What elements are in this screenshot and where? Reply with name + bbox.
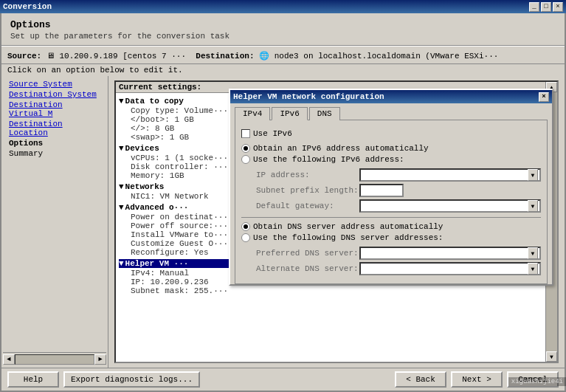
subnet-prefix-label: Subnet prefix length: xyxy=(256,186,359,195)
scroll-left-button[interactable]: ◄ xyxy=(3,354,15,365)
obtain-dns-auto-label: Obtain DNS server address automatically xyxy=(253,222,443,231)
default-gateway-row: Default gateway: ▼ xyxy=(241,199,541,213)
use-ipv6-label: Use IPv6 xyxy=(253,129,292,138)
use-dns-addresses-row: Use the following DNS server addresses: xyxy=(241,233,541,242)
sidebar-item-options[interactable]: Options xyxy=(3,138,106,148)
close-button[interactable]: × xyxy=(553,2,563,12)
preferred-dns-dropdown[interactable]: ▼ xyxy=(359,247,541,260)
title-bar: Conversion _ □ × xyxy=(0,0,566,13)
obtain-ipv6-auto-label: Obtain an IPv6 address automatically xyxy=(253,144,429,153)
scroll-down-button[interactable]: ▼ xyxy=(546,351,557,362)
ipv6-address-radio-group: Obtain an IPv6 address automatically Use… xyxy=(241,144,541,164)
maximize-button[interactable]: □ xyxy=(541,2,551,12)
alternate-dns-dropdown[interactable]: ▼ xyxy=(359,262,541,275)
obtain-dns-auto-row: Obtain DNS server address automatically xyxy=(241,222,541,231)
helper-dialog-close-button[interactable]: × xyxy=(539,92,549,102)
sidebar-item-summary: Summary xyxy=(3,148,106,159)
left-nav: Source System Destination System Destina… xyxy=(1,76,108,368)
use-ipv6-checkbox-row: Use IPv6 xyxy=(241,129,541,138)
helper-dialog-title: Helper VM network configuration xyxy=(233,92,384,101)
tab-dns[interactable]: DNS xyxy=(309,107,340,120)
tabs-container: IPv4 IPv6 DNS xyxy=(230,103,552,120)
window-title: Conversion xyxy=(3,2,52,11)
minimize-button[interactable]: _ xyxy=(529,2,539,12)
destination-value: node3 on localhost.localdomain (VMware E… xyxy=(275,52,499,61)
separator xyxy=(241,217,541,218)
use-ipv6-address-row: Use the following IPv6 address: xyxy=(241,155,541,164)
header: Options Set up the parameters for the co… xyxy=(1,13,565,44)
use-ipv6-address-radio[interactable] xyxy=(241,155,250,164)
ip-address-row: IP address: ▼ xyxy=(241,168,541,182)
instruction-text: Click on an option below to edit it. xyxy=(1,64,565,76)
tab-ipv4[interactable]: IPv4 xyxy=(235,107,270,120)
arrow-icon-devices: ▼ xyxy=(119,144,124,153)
use-ipv6-checkbox[interactable] xyxy=(241,129,250,138)
tab-ipv6[interactable]: IPv6 xyxy=(272,107,307,120)
settings-title-label: Current settings: xyxy=(119,83,201,92)
export-diagnostics-button[interactable]: Export diagnostic logs... xyxy=(63,371,200,388)
page-description: Set up the parameters for the conversion… xyxy=(10,32,556,41)
source-icon: 🖥 xyxy=(46,51,55,61)
default-gateway-dropdown[interactable]: ▼ xyxy=(359,199,541,213)
section-label-advanced: Advanced o··· xyxy=(125,203,189,212)
alternate-dns-dropdown-arrow[interactable]: ▼ xyxy=(528,263,538,275)
preferred-dns-row: Preferred DNS server: ▼ xyxy=(241,247,541,260)
source-label: Source: xyxy=(7,52,41,61)
ip-address-dropdown[interactable]: ▼ xyxy=(359,168,541,182)
dns-radio-group: Obtain DNS server address automatically … xyxy=(241,222,541,242)
section-label: Data to copy xyxy=(125,97,184,106)
preferred-dns-label: Preferred DNS server: xyxy=(256,249,359,258)
helper-dialog-title-bar: Helper VM network configuration × xyxy=(230,90,552,103)
help-button[interactable]: Help xyxy=(7,371,59,388)
obtain-ipv6-auto-radio[interactable] xyxy=(241,144,250,153)
subnet-prefix-row: Subnet prefix length: xyxy=(241,184,541,197)
obtain-ipv6-auto-row: Obtain an IPv6 address automatically xyxy=(241,144,541,153)
source-value: 10.200.9.189 [centos 7 ··· xyxy=(59,52,186,61)
source-dest-bar: Source: 🖥 10.200.9.189 [centos 7 ··· Des… xyxy=(1,48,565,64)
arrow-icon: ▼ xyxy=(119,97,124,106)
ip-address-label: IP address: xyxy=(256,171,359,179)
destination-icon: 🌐 xyxy=(259,51,269,61)
title-bar-buttons: _ □ × xyxy=(529,2,563,12)
scroll-track[interactable] xyxy=(15,354,94,365)
setting-subnet: Subnet mask: 255.··· xyxy=(119,286,542,295)
ip-address-dropdown-arrow[interactable]: ▼ xyxy=(528,169,538,181)
use-dns-addresses-label: Use the following DNS server addresses: xyxy=(253,233,443,242)
watermark: xiguashijie4i xyxy=(508,377,566,386)
bottom-bar: Help Export diagnostic logs... < Back Ne… xyxy=(1,368,565,391)
scroll-right-button[interactable]: ► xyxy=(94,354,106,365)
sidebar-item-destination-virtual[interactable]: Destination Virtual M xyxy=(3,100,106,119)
obtain-dns-auto-radio[interactable] xyxy=(241,222,250,231)
bottom-left-buttons: Help Export diagnostic logs... xyxy=(7,371,200,388)
alternate-dns-row: Alternate DNS server: ▼ xyxy=(241,262,541,275)
back-button[interactable]: < Back xyxy=(395,371,446,388)
section-label-networks: Networks xyxy=(125,182,165,191)
sidebar-item-source-system[interactable]: Source System xyxy=(3,79,106,89)
use-ipv6-address-label: Use the following IPv6 address: xyxy=(253,155,404,164)
default-gateway-label: Default gateway: xyxy=(256,202,359,210)
destination-label: Destination: xyxy=(196,52,254,61)
section-label-helper: Helper VM ··· xyxy=(125,259,189,268)
tab-content-ipv6: Use IPv6 Obtain an IPv6 address automati… xyxy=(235,120,548,284)
next-button[interactable]: Next > xyxy=(451,371,503,388)
header-divider xyxy=(1,45,565,47)
alternate-dns-label: Alternate DNS server: xyxy=(256,264,359,273)
page-title: Options xyxy=(10,19,556,30)
arrow-icon-networks: ▼ xyxy=(119,182,124,191)
left-nav-scroll: ◄ ► xyxy=(3,352,106,365)
arrow-icon-helper: ▼ xyxy=(119,259,124,268)
section-label-devices: Devices xyxy=(125,144,159,153)
arrow-icon-advanced: ▼ xyxy=(119,203,124,212)
preferred-dns-dropdown-arrow[interactable]: ▼ xyxy=(528,247,538,259)
subnet-prefix-input[interactable] xyxy=(359,184,404,197)
sidebar-item-destination-system[interactable]: Destination System xyxy=(3,89,106,100)
helper-vm-dialog: Helper VM network configuration × IPv4 I… xyxy=(229,89,553,286)
default-gateway-dropdown-arrow[interactable]: ▼ xyxy=(528,200,538,212)
use-dns-addresses-radio[interactable] xyxy=(241,233,250,242)
sidebar-item-destination-location[interactable]: Destination Location xyxy=(3,119,106,138)
